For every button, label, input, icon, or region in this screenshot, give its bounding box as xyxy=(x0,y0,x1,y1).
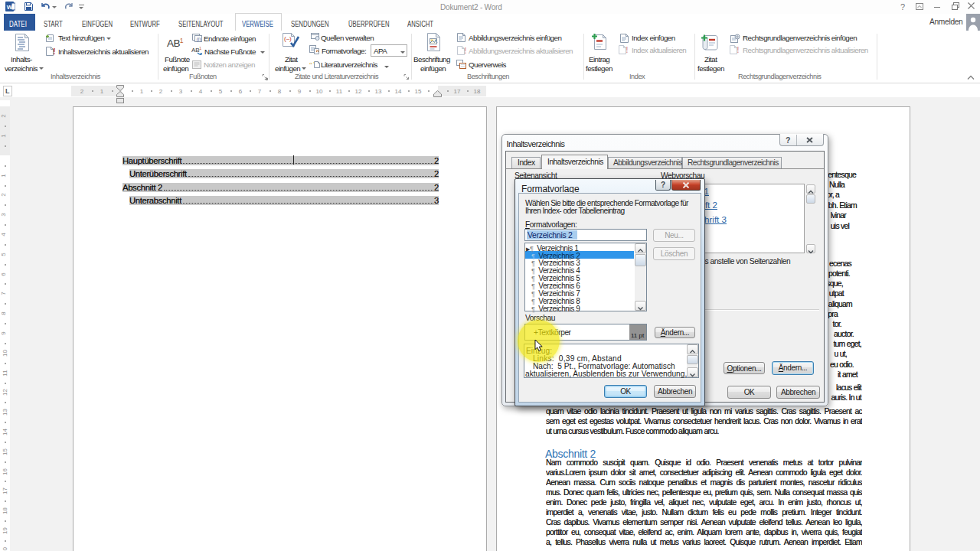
svg-text:!: ! xyxy=(53,47,56,56)
svg-text:(i): (i) xyxy=(196,37,201,43)
svg-text:1: 1 xyxy=(199,46,201,51)
svg-text:W: W xyxy=(7,4,13,11)
svg-text:!: ! xyxy=(464,46,467,55)
svg-text:!: ! xyxy=(737,45,740,54)
svg-text:!: ! xyxy=(626,45,629,54)
svg-text:(–): (–) xyxy=(284,35,292,42)
